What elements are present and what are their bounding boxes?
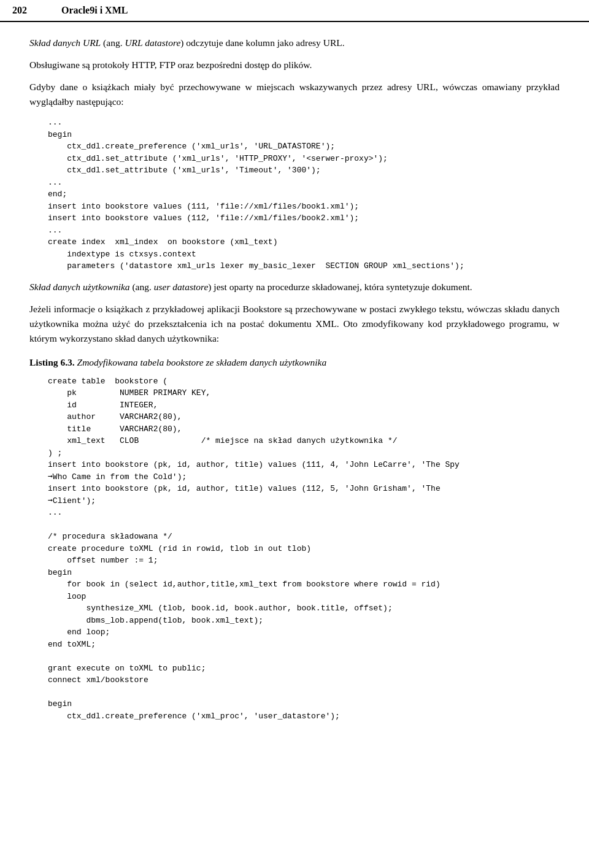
page-header: 202 Oracle9i i XML [0,0,589,22]
para-bookstore-info: Jeżeli informacje o książkach z przykład… [29,302,560,346]
listing-number: Listing 6.3. [29,357,75,367]
url-datastore-para: Skład danych URL (ang. URL datastore) od… [29,36,560,50]
code-block-bookstore: create table bookstore ( pk NUMBER PRIMA… [48,375,560,723]
user-datastore-suffix: (ang. user datastore) jest oparty na pro… [132,282,472,292]
url-datastore-heading: Skład danych URL [29,37,101,48]
para-example-intro: Gdyby dane o książkach miały być przecho… [29,80,560,109]
page-number: 202 [12,5,49,16]
page: 202 Oracle9i i XML Skład danych URL (ang… [0,0,589,868]
page-title: Oracle9i i XML [49,5,571,16]
user-datastore-para: Skład danych użytkownika (ang. user data… [29,280,560,294]
listing-label: Listing 6.3. Zmodyfikowana tabela bookst… [29,357,560,368]
para-protocols: Obsługiwane są protokoły HTTP, FTP oraz … [29,58,560,72]
main-content: Skład danych URL (ang. URL datastore) od… [0,22,589,748]
listing-title: Zmodyfikowana tabela bookstore ze składe… [77,357,327,367]
user-datastore-heading: Skład danych użytkownika [29,282,130,292]
code-block-url: ...begin ctx_ddl.create_preference ('xml… [48,117,560,272]
url-datastore-suffix: (ang. URL datastore) odczytuje dane kolu… [103,37,344,48]
